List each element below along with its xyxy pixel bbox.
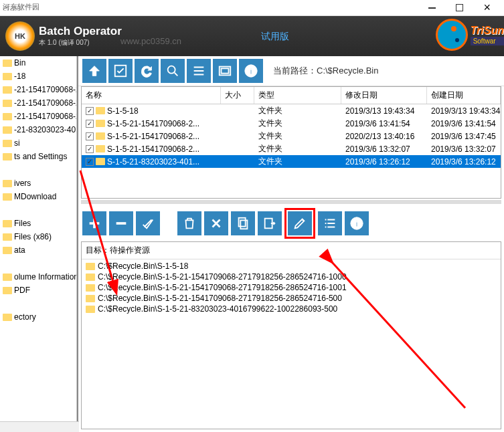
info2-button[interactable]: i [345,211,369,235]
close-icon[interactable]: × [483,1,491,15]
folder-icon [96,132,105,140]
target-item[interactable]: C:\$Recycle.Bin\S-1-5-21-1541709068-2717… [83,293,499,304]
svg-text:i: i [250,66,252,76]
table-row[interactable]: S-1-5-21-83203023-401...文件夹2019/3/6 13:2… [82,155,501,168]
tree-item[interactable]: olume Information [0,270,76,284]
window-titlebar: erator × [0,0,504,16]
row-modified: 2019/3/13 19:43:34 [341,106,427,116]
tree-label: -21-1541709068-2717 [14,98,77,108]
tree-label: PDF [14,286,30,295]
row-size [221,148,254,150]
tree-item[interactable]: ts and Settings [0,150,76,163]
select-all-button[interactable] [108,59,133,83]
refresh-button[interactable] [135,59,159,83]
trial-label[interactable]: 试用版 [261,31,289,43]
delete-button[interactable] [204,211,228,235]
tree-item[interactable]: -18 [0,70,76,83]
tree-item[interactable]: PDF [0,284,76,297]
col-modified[interactable]: 修改日期 [341,87,427,104]
brand-name: TriSun [471,25,504,37]
tree-item[interactable] [0,203,76,217]
folder-icon [96,120,105,127]
tree-item[interactable]: Files (x86) [0,230,76,243]
tree-item[interactable]: Bin [0,56,76,70]
table-row[interactable]: S-1-5-21-1541709068-2...文件夹2019/3/6 13:4… [82,117,501,130]
target-list[interactable]: C:\$Recycle.Bin\S-1-5-18C:\$Recycle.Bin\… [82,259,501,429]
copy-button[interactable] [231,211,255,235]
target-path: C:\$Recycle.Bin\S-1-5-21-1541709068-2717… [98,294,342,303]
tree-label: -21-1541709068-2717 [14,85,77,94]
search-button[interactable] [161,59,185,83]
properties-button[interactable] [318,211,342,235]
folder-icon [3,140,12,147]
folder-icon [86,306,95,313]
row-name: S-1-5-21-1541709068-2... [107,119,199,128]
move-button[interactable] [258,211,282,235]
tree-item[interactable] [0,257,76,270]
list-view-button[interactable] [187,59,211,83]
tree-item[interactable]: -21-83203023-401679 [0,123,76,136]
add-button[interactable] [82,211,106,235]
info-button[interactable]: i [239,59,263,83]
col-created[interactable]: 创建日期 [427,87,501,104]
window-button[interactable] [213,59,237,83]
tree-item[interactable]: ivers [0,177,76,190]
folder-icon [3,100,12,107]
folder-icon [3,86,12,94]
brand-area: TriSun Softwar [436,19,504,51]
tree-item[interactable] [0,297,76,310]
target-item[interactable]: C:\$Recycle.Bin\S-1-5-21-1541709068-2717… [83,282,499,293]
brand-sub: Softwar [471,37,504,45]
sidebar-scrollbar[interactable] [0,421,77,432]
folder-icon [86,295,95,302]
folder-icon [3,153,12,160]
folder-icon [3,126,12,134]
file-list-table[interactable]: 名称 大小 类型 修改日期 创建日期 S-1-5-18文件夹2019/3/13 … [81,86,501,199]
table-row[interactable]: S-1-5-18文件夹2019/3/13 19:43:342019/3/13 1… [82,104,501,117]
tree-item[interactable]: MDownload [0,190,76,203]
tree-item[interactable]: si [0,136,76,150]
rename-highlight [284,208,315,239]
table-row[interactable]: S-1-5-21-1541709068-2...文件夹2019/3/6 13:3… [82,142,501,155]
remove-button[interactable] [109,211,133,235]
table-row[interactable]: S-1-5-21-1541709068-2...文件夹2020/2/13 13:… [82,130,501,142]
tree-item[interactable]: Files [0,217,76,230]
recycle-button[interactable] [177,211,201,235]
tree-item[interactable]: ata [0,243,76,257]
minimize-icon[interactable] [428,7,436,9]
target-item[interactable]: C:\$Recycle.Bin\S-1-5-21-83203023-401679… [83,304,499,314]
maximize-icon[interactable] [456,4,463,11]
tree-item[interactable]: -21-1541709068-2717 [0,83,76,96]
target-path: C:\$Recycle.Bin\S-1-5-21-1541709068-2717… [98,283,347,292]
tree-item[interactable]: -21-1541709068-2717 [0,96,76,110]
tree-label: ectory [14,312,36,322]
folder-tree-sidebar[interactable]: Bin-18-21-1541709068-2717-21-1541709068-… [0,56,77,432]
clear-button[interactable] [136,211,160,235]
svg-text:i: i [355,219,358,229]
row-checkbox[interactable] [86,120,94,128]
svg-rect-3 [222,68,229,73]
svg-point-1 [168,66,175,74]
col-type[interactable]: 类型 [254,87,341,104]
app-version: 本 1.0 (编译 007) [39,38,122,47]
row-checkbox[interactable] [86,158,94,166]
horizontal-splitter[interactable] [81,200,501,204]
row-created: 2019/3/13 19:43:34 [427,106,501,116]
row-type: 文件夹 [254,142,341,155]
col-name[interactable]: 名称 [82,87,221,104]
tree-item[interactable]: ectory [0,310,76,324]
row-checkbox[interactable] [86,107,94,115]
row-checkbox[interactable] [86,145,94,153]
up-button[interactable] [82,59,106,83]
tree-item[interactable]: -21-1541709068-2717 [0,110,76,123]
folder-icon [3,73,12,80]
target-item[interactable]: C:\$Recycle.Bin\S-1-5-18 [83,261,499,272]
folder-icon [3,314,12,321]
target-item[interactable]: C:\$Recycle.Bin\S-1-5-21-1541709068-2717… [83,272,499,282]
row-checkbox[interactable] [86,132,94,140]
row-created: 2019/3/6 13:41:54 [427,118,501,129]
tree-item[interactable] [0,163,76,177]
app-title: Batch Operator [39,25,122,38]
rename-button[interactable] [288,211,312,235]
col-size[interactable]: 大小 [221,87,254,104]
